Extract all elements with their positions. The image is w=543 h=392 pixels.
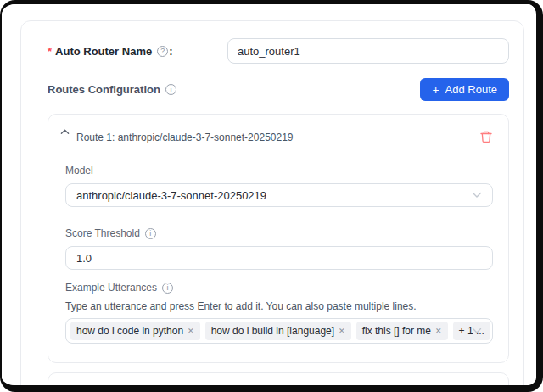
chevron-down-icon [472, 328, 482, 334]
route-1-header: Route 1: anthropic/claude-3-7-sonnet-202… [59, 125, 493, 144]
auto-router-name-label: Auto Router Name [55, 45, 152, 58]
info-icon[interactable]: i [145, 228, 156, 239]
model-select[interactable]: anthropic/claude-3-7-sonnet-20250219 [65, 183, 493, 207]
routes-config-label-group: Routes Configuration i [48, 83, 177, 96]
delete-route-1-trash-icon[interactable] [479, 130, 493, 144]
utterance-tag: fix this [] for me ✕ [356, 322, 448, 340]
routes-config-label: Routes Configuration [48, 83, 160, 96]
model-select-value: anthropic/claude-3-7-sonnet-20250219 [76, 189, 266, 202]
auto-router-name-label-group: * Auto Router Name ? : [48, 45, 227, 58]
utterances-multiselect[interactable]: how do i code in python ✕ how do i build… [65, 318, 493, 344]
model-label: Model [65, 165, 493, 176]
chevron-down-icon [472, 192, 482, 199]
route-2-header: Route 2: azure_ai/gpt-4o [59, 384, 493, 392]
auto-router-form-card: * Auto Router Name ? : Routes Configurat… [20, 20, 524, 392]
auto-router-name-row: * Auto Router Name ? : [48, 38, 509, 64]
collapse-chevron-up-icon[interactable] [59, 385, 71, 392]
auto-router-name-input[interactable] [227, 38, 509, 64]
info-icon[interactable]: i [162, 283, 173, 294]
route-card-1: Route 1: anthropic/claude-3-7-sonnet-202… [48, 114, 509, 363]
route-card-2: Route 2: azure_ai/gpt-4o [48, 372, 509, 392]
score-threshold-input[interactable] [65, 246, 493, 270]
score-threshold-label: Score Threshold [65, 227, 140, 239]
score-threshold-label-group: Score Threshold i [65, 227, 493, 239]
tag-close-icon[interactable]: ✕ [188, 328, 194, 335]
routes-config-row: Routes Configuration i + Add Route [48, 78, 509, 101]
example-utterances-label: Example Utterances [65, 282, 157, 294]
example-utterances-label-group: Example Utterances i [65, 282, 493, 294]
add-route-button[interactable]: + Add Route [420, 78, 509, 101]
tag-close-icon[interactable]: ✕ [339, 328, 345, 335]
label-colon: : [169, 45, 172, 58]
utterance-tag: how do i code in python ✕ [70, 322, 200, 340]
utterances-hint-text: Type an utterance and press Enter to add… [65, 300, 493, 312]
collapse-chevron-up-icon[interactable] [59, 126, 71, 137]
plus-icon: + [432, 84, 439, 96]
tag-close-icon[interactable]: ✕ [435, 328, 442, 335]
required-asterisk: * [48, 45, 52, 58]
delete-route-2-trash-icon[interactable] [479, 389, 493, 392]
add-route-button-label: Add Route [445, 83, 497, 96]
route-1-body: Model anthropic/claude-3-7-sonnet-202502… [59, 165, 493, 344]
utterance-tag: how do i build in [language] ✕ [205, 322, 351, 340]
help-icon[interactable]: ? [157, 46, 168, 57]
page-background: * Auto Router Name ? : Routes Configurat… [2, 4, 536, 385]
route-1-title: Route 1: anthropic/claude-3-7-sonnet-202… [76, 132, 479, 143]
window-frame: * Auto Router Name ? : Routes Configurat… [0, 0, 543, 392]
info-icon[interactable]: i [165, 84, 176, 95]
